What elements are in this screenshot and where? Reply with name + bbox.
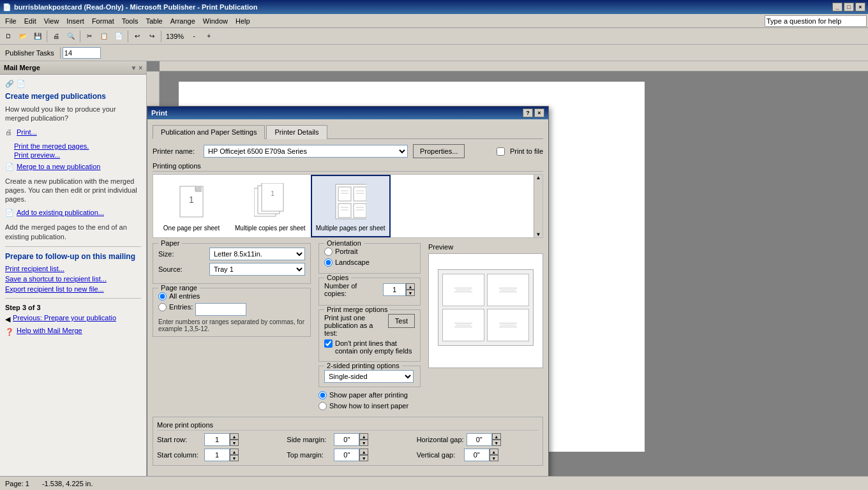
entries-radio[interactable] bbox=[158, 303, 167, 311]
side-margin-input[interactable] bbox=[334, 433, 359, 446]
print-preview-link[interactable]: Print preview... bbox=[14, 151, 141, 159]
paper-source-select[interactable]: Tray 1 bbox=[209, 263, 305, 276]
print-recipient-link[interactable]: Print recipient list... bbox=[5, 265, 141, 272]
menu-help[interactable]: Help bbox=[232, 16, 254, 26]
cut-btn[interactable]: ✂ bbox=[82, 29, 96, 43]
merge-link[interactable]: Merge to a new publication bbox=[17, 163, 100, 170]
undo-btn[interactable]: ↩ bbox=[130, 29, 144, 43]
horiz-gap-down[interactable]: ▼ bbox=[492, 440, 501, 446]
landscape-radio[interactable] bbox=[324, 258, 333, 267]
top-margin-input[interactable] bbox=[334, 449, 359, 461]
copies-spinbox-btns[interactable]: ▲ ▼ bbox=[406, 283, 415, 296]
side-margin-btns[interactable]: ▲ ▼ bbox=[359, 433, 368, 446]
new-btn[interactable]: 🗋 bbox=[1, 29, 15, 43]
add-link[interactable]: Add to existing publication... bbox=[17, 209, 104, 216]
start-col-input[interactable] bbox=[204, 449, 230, 461]
dialog-close-btn[interactable]: × bbox=[534, 108, 544, 117]
menu-insert[interactable]: Insert bbox=[63, 16, 88, 26]
menu-arrange[interactable]: Arrange bbox=[167, 16, 199, 26]
print-merged-pages-link[interactable]: Print the merged pages. bbox=[14, 142, 141, 150]
paper-size-select[interactable]: Letter 8.5x11in. bbox=[209, 248, 305, 260]
horiz-gap-up[interactable]: ▲ bbox=[492, 433, 501, 440]
preview-btn[interactable]: 🔍 bbox=[64, 29, 78, 43]
print-link[interactable]: Print... bbox=[17, 128, 37, 136]
menu-format[interactable]: Format bbox=[88, 16, 118, 26]
horiz-gap-input[interactable] bbox=[467, 433, 492, 446]
scroll-up-btn[interactable]: ▲ bbox=[534, 175, 542, 181]
copy-btn[interactable]: 📋 bbox=[97, 29, 111, 43]
export-link[interactable]: Export recipient list to new file... bbox=[5, 285, 141, 293]
zoom-in-btn[interactable]: + bbox=[202, 29, 216, 43]
redo-btn[interactable]: ↪ bbox=[145, 29, 159, 43]
entries-input[interactable] bbox=[195, 303, 246, 316]
help-search-input[interactable] bbox=[765, 15, 867, 27]
maximize-btn[interactable]: □ bbox=[844, 3, 854, 11]
copies-down-btn[interactable]: ▼ bbox=[406, 290, 415, 296]
all-entries-radio[interactable] bbox=[158, 292, 167, 301]
test-btn[interactable]: Test bbox=[388, 314, 415, 328]
start-col-spinbox[interactable]: ▲ ▼ bbox=[204, 449, 239, 461]
save-shortcut-link[interactable]: Save a shortcut to recipient list... bbox=[5, 275, 141, 283]
paste-btn[interactable]: 📄 bbox=[112, 29, 126, 43]
start-col-down[interactable]: ▼ bbox=[230, 455, 239, 461]
dialog-help-btn[interactable]: ? bbox=[523, 108, 533, 117]
copies-input[interactable] bbox=[383, 283, 406, 296]
vert-gap-spinbox[interactable]: ▲ ▼ bbox=[464, 449, 498, 461]
horiz-gap-btns[interactable]: ▲ ▼ bbox=[492, 433, 501, 446]
help-link[interactable]: Help with Mail Merge bbox=[17, 327, 82, 334]
start-row-spinbox[interactable]: ▲ ▼ bbox=[204, 433, 239, 446]
show-paper-radio[interactable] bbox=[318, 391, 327, 399]
properties-btn[interactable]: Properties... bbox=[413, 144, 465, 158]
window-controls[interactable]: _ □ × bbox=[832, 3, 865, 11]
menu-view[interactable]: View bbox=[40, 16, 63, 26]
zoom-out-btn[interactable]: - bbox=[187, 29, 201, 43]
start-row-up[interactable]: ▲ bbox=[230, 433, 239, 440]
save-btn[interactable]: 💾 bbox=[31, 29, 45, 43]
open-btn[interactable]: 📂 bbox=[16, 29, 30, 43]
options-scrollbar[interactable]: ▲ ▼ bbox=[534, 175, 542, 237]
top-margin-btns[interactable]: ▲ ▼ bbox=[359, 449, 368, 461]
menu-window[interactable]: Window bbox=[199, 16, 232, 26]
top-margin-down[interactable]: ▼ bbox=[359, 455, 368, 461]
vert-gap-input[interactable] bbox=[464, 449, 490, 461]
vert-gap-up[interactable]: ▲ bbox=[490, 449, 498, 455]
print-option-multi-page[interactable]: Multiple pages per sheet bbox=[311, 175, 391, 237]
close-btn[interactable]: × bbox=[855, 3, 865, 11]
vert-gap-down[interactable]: ▼ bbox=[490, 455, 498, 461]
minimize-btn[interactable]: _ bbox=[832, 3, 842, 11]
menu-table[interactable]: Table bbox=[142, 16, 166, 26]
start-col-btns[interactable]: ▲ ▼ bbox=[230, 449, 239, 461]
menu-edit[interactable]: Edit bbox=[20, 16, 40, 26]
task-pane-close[interactable]: ▼ × bbox=[130, 64, 142, 71]
start-row-btns[interactable]: ▲ ▼ bbox=[230, 433, 239, 446]
top-margin-up[interactable]: ▲ bbox=[359, 449, 368, 455]
menu-tools[interactable]: Tools bbox=[118, 16, 142, 26]
horiz-gap-spinbox[interactable]: ▲ ▼ bbox=[467, 433, 501, 446]
start-col-up[interactable]: ▲ bbox=[230, 449, 239, 455]
dont-print-checkbox[interactable] bbox=[324, 339, 333, 348]
start-row-down[interactable]: ▼ bbox=[230, 440, 239, 446]
scroll-down-btn[interactable]: ▼ bbox=[534, 232, 542, 237]
show-insert-radio[interactable] bbox=[318, 402, 327, 410]
vert-gap-btns[interactable]: ▲ ▼ bbox=[490, 449, 498, 461]
print-btn[interactable]: 🖨 bbox=[49, 29, 63, 43]
prev-link[interactable]: Previous: Prepare your publicatio bbox=[13, 314, 116, 322]
top-margin-spinbox[interactable]: ▲ ▼ bbox=[334, 449, 368, 461]
side-margin-down[interactable]: ▼ bbox=[359, 440, 368, 446]
menu-file[interactable]: File bbox=[1, 16, 20, 26]
dialog-controls[interactable]: ? × bbox=[523, 108, 544, 117]
side-margin-spinbox[interactable]: ▲ ▼ bbox=[334, 433, 368, 446]
start-row-input[interactable] bbox=[204, 433, 230, 446]
tab-printer-details[interactable]: Printer Details bbox=[266, 125, 327, 139]
print-option-multi-copy[interactable]: 1 Multiple copies per sheet bbox=[230, 175, 311, 237]
print-to-file-checkbox[interactable] bbox=[497, 147, 505, 156]
two-sided-select[interactable]: Single-sided bbox=[324, 370, 414, 383]
tab-publication-paper[interactable]: Publication and Paper Settings bbox=[153, 125, 265, 139]
side-margin-up[interactable]: ▲ bbox=[359, 433, 368, 440]
printer-select[interactable]: HP Officejet 6500 E709a Series bbox=[204, 145, 408, 158]
portrait-radio[interactable] bbox=[324, 248, 333, 256]
copies-up-btn[interactable]: ▲ bbox=[406, 283, 415, 290]
copies-spinbox[interactable]: ▲ ▼ bbox=[383, 283, 415, 296]
font-size-input[interactable] bbox=[63, 47, 101, 59]
print-option-single[interactable]: 1 One page per sheet bbox=[153, 175, 230, 237]
